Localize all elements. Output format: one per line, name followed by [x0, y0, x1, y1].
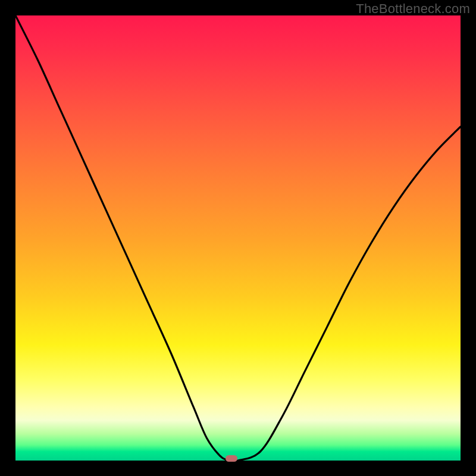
optimum-marker	[226, 455, 237, 462]
plot-area	[15, 15, 461, 461]
curve-svg	[15, 15, 461, 461]
watermark-text: TheBottleneck.com	[356, 1, 470, 17]
bottleneck-curve-path	[15, 15, 461, 461]
chart-frame: TheBottleneck.com	[0, 0, 476, 476]
